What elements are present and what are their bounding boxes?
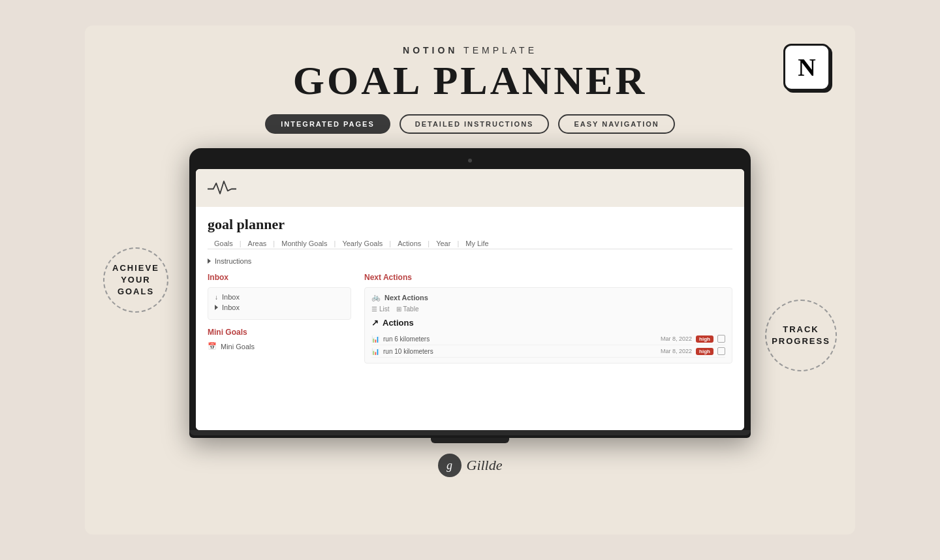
pulse-icon (208, 178, 236, 198)
action-date-2: Mar 8, 2022 (661, 348, 692, 354)
nav-tab-year[interactable]: Year (430, 238, 457, 249)
calendar-icon: 📅 (208, 342, 217, 350)
view-table-tab[interactable]: ⊞ Table (396, 305, 419, 313)
notion-template-label: NOTION TEMPLATE (293, 45, 647, 55)
action-checkbox-2[interactable] (717, 347, 725, 355)
nav-tab-yearly-goals[interactable]: Yearly Goals (336, 238, 389, 249)
footer-logo: g Gillde (438, 454, 503, 477)
laptop-mockup: goal planner Goals | Areas | Monthly Goa… (189, 148, 751, 443)
laptop-screen: goal planner Goals | Areas | Monthly Goa… (196, 169, 744, 430)
action-row-1: 📊 run 6 kilometers Mar 8, 2022 high (371, 333, 725, 345)
laptop-base (189, 430, 751, 435)
triangle-icon-2 (215, 305, 218, 310)
nav-tabs: Goals | Areas | Monthly Goals | Yearly G… (208, 238, 732, 249)
na-header: 🚲 Next Actions (371, 293, 725, 302)
list-icon: ☰ (371, 305, 377, 313)
notion-icon: N (783, 44, 830, 91)
side-label-track-progress: TRACK PROGRESS (765, 300, 837, 371)
pill-easy-navigation[interactable]: EASY NAVIGATION (558, 114, 674, 134)
next-actions-title: Next Actions (364, 273, 732, 282)
na-view-tabs: ☰ List ⊞ Table (371, 305, 725, 313)
mini-goals-title: Mini Goals (208, 328, 351, 337)
action-badge-2: high (696, 348, 713, 355)
side-label-achieve-goals: ACHIEVE YOUR GOALS (103, 247, 168, 313)
action-label-1: run 6 kilometers (383, 335, 430, 343)
inbox-label-2: Inbox (222, 303, 240, 311)
pill-detailed-instructions[interactable]: DETAILED INSTRUCTIONS (400, 114, 550, 134)
nav-tab-monthly-goals[interactable]: Monthly Goals (275, 238, 334, 249)
view-list-tab[interactable]: ☰ List (371, 305, 390, 313)
laptop-stand (431, 438, 509, 443)
nav-tab-goals[interactable]: Goals (208, 238, 240, 249)
gillde-brand-text: Gillde (467, 457, 503, 474)
header: NOTION TEMPLATE GOAL PLANNER (293, 45, 647, 102)
gillde-circle-icon: g (438, 454, 462, 477)
two-column-layout: Inbox ↓ Inbox Inbox (208, 273, 732, 364)
bar-chart-icon-1: 📊 (371, 335, 379, 343)
action-date-1: Mar 8, 2022 (661, 335, 692, 342)
instructions-row: Instructions (208, 257, 732, 265)
mini-goals-section: Mini Goals 📅 Mini Goals (208, 328, 351, 350)
screen-page-title: goal planner (208, 216, 732, 233)
screen-content: goal planner Goals | Areas | Monthly Goa… (196, 207, 744, 430)
bicycle-icon: 🚲 (371, 293, 381, 302)
pills-row: INTEGRATED PAGES DETAILED INSTRUCTIONS E… (265, 114, 674, 134)
left-column: Inbox ↓ Inbox Inbox (208, 273, 351, 364)
actions-heading: ↗ Actions (371, 318, 725, 328)
pill-integrated-pages[interactable]: INTEGRATED PAGES (265, 114, 390, 134)
action-row-2: 📊 run 10 kilometers Mar 8, 2022 high (371, 345, 725, 358)
page-title: GOAL PLANNER (293, 58, 647, 102)
inbox-title: Inbox (208, 273, 351, 282)
template-text: TEMPLATE (463, 45, 537, 55)
nav-tab-areas[interactable]: Areas (242, 238, 274, 249)
na-db-label: Next Actions (384, 294, 428, 302)
action-label-2: run 10 kilometers (383, 348, 433, 355)
inbox-row-1: ↓ Inbox (215, 293, 344, 301)
arrow-down-icon: ↓ (215, 294, 218, 301)
laptop-camera (468, 159, 472, 163)
table-icon: ⊞ (396, 305, 401, 313)
action-checkbox-1[interactable] (717, 335, 725, 343)
mini-goals-label: Mini Goals (221, 343, 255, 350)
triangle-icon (208, 258, 211, 264)
next-actions-box: 🚲 Next Actions ☰ List ⊞ (364, 287, 732, 364)
screen-header-bar (196, 169, 744, 207)
mini-goals-row: 📅 Mini Goals (208, 342, 351, 350)
bar-chart-icon-2: 📊 (371, 348, 379, 355)
inbox-section: ↓ Inbox Inbox (208, 287, 351, 320)
inbox-label-1: Inbox (222, 293, 240, 301)
inbox-row-2: Inbox (215, 303, 344, 311)
right-column: Next Actions 🚲 Next Actions ☰ List (364, 273, 732, 364)
action-badge-1: high (696, 335, 713, 343)
instructions-label: Instructions (215, 257, 251, 265)
arrow-up-right-icon: ↗ (371, 318, 379, 328)
nav-tab-my-life[interactable]: My Life (459, 238, 495, 249)
nav-tab-actions[interactable]: Actions (391, 238, 428, 249)
outer-container: N ACHIEVE YOUR GOALS TRACK PROGRESS NOTI… (85, 25, 855, 535)
notion-bold: NOTION (403, 45, 458, 55)
